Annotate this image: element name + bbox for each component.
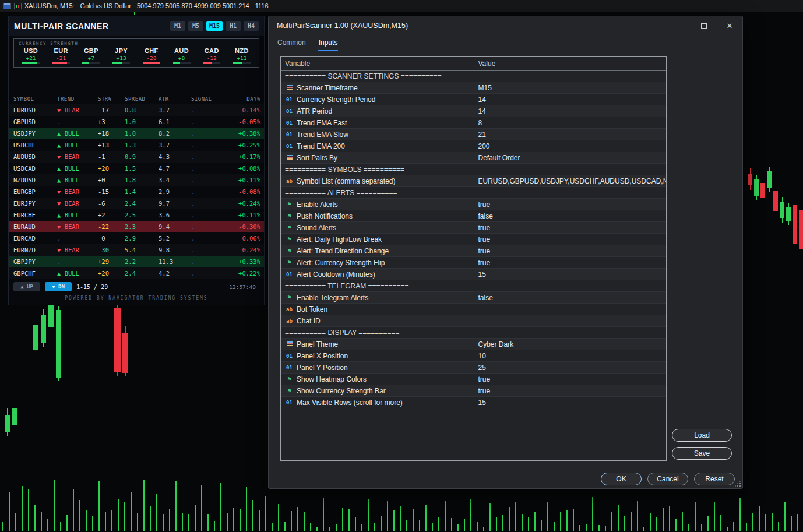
volume-bar <box>175 481 177 531</box>
value-cell[interactable]: false <box>474 212 667 220</box>
trend-cell: ▲ BULL <box>57 212 98 219</box>
scanner-row-eurcad[interactable]: EURCAD.-02.95.2.-0.06% <box>9 232 264 244</box>
signal-cell: . <box>191 212 225 219</box>
timeframe-buttons: M1M5M15H1H4 <box>170 21 259 31</box>
symbol-cell: GBPCHF <box>13 270 57 277</box>
volume-bar <box>143 480 145 531</box>
scanner-row-eurusd[interactable]: EURUSD▼ BEAR-170.83.7.-0.14% <box>9 104 264 116</box>
currency-strength-track <box>143 62 160 64</box>
minimize-button[interactable] <box>665 16 691 35</box>
volume-bar <box>707 516 709 531</box>
volume-bar <box>464 519 465 531</box>
value-cell[interactable]: EURUSD,GBPUSD,USDJPY,USDCHF,AUDUSD,USDCA… <box>474 177 667 185</box>
candle-body <box>767 171 772 188</box>
timeframe-button-h1[interactable]: H1 <box>226 21 241 31</box>
resize-grip[interactable] <box>735 481 741 487</box>
scanner-row-euraud[interactable]: EURAUD▼ BEAR-222.39.4.-0.30% <box>9 221 264 232</box>
value-cell[interactable]: true <box>474 224 667 232</box>
candle-body <box>5 415 10 432</box>
scanner-row-usdjpy[interactable]: USDJPY▲ BULL+181.08.2.+0.38% <box>9 128 264 139</box>
symbol-cell: NZDUSD <box>13 177 57 184</box>
scanner-row-eurjpy[interactable]: EURJPY▼ BEAR-62.49.7.+0.24% <box>9 198 264 209</box>
currency-strength-box: CURRENCY STRENGTH USD+21EUR-21GBP+7JPY+1… <box>13 38 259 68</box>
save-button[interactable]: Save <box>672 447 732 460</box>
value-cell[interactable]: false <box>474 294 667 302</box>
value-cell[interactable]: true <box>474 259 667 267</box>
volume-bar <box>701 524 702 531</box>
dialog-titlebar[interactable]: MultiPairScanner 1.00 (XAUUSDm,M15) ✕ <box>269 16 742 35</box>
scanner-row-audusd[interactable]: AUDUSD▼ BEAR-10.94.3.+0.17% <box>9 151 264 163</box>
scanner-row-gbpjpy[interactable]: GBPJPY.+292.211.3.+0.33% <box>9 256 264 267</box>
maximize-button[interactable] <box>691 16 717 35</box>
timeframe-button-m1[interactable]: M1 <box>170 21 185 31</box>
value-cell[interactable]: 14 <box>474 96 667 104</box>
scanner-row-eurchf[interactable]: EURCHF▲ BULL+22.53.6.+0.11% <box>9 209 264 221</box>
currency-strength-track <box>233 62 251 64</box>
reset-button[interactable]: Reset <box>694 473 735 485</box>
value-cell[interactable]: 8 <box>474 119 667 127</box>
value-cell[interactable]: Cyber Dark <box>474 340 667 348</box>
currency-value: +11 <box>237 55 246 61</box>
value-cell[interactable]: 10 <box>474 352 667 360</box>
value-cell[interactable]: 200 <box>474 142 667 150</box>
value-cell[interactable]: 21 <box>474 131 667 139</box>
scanner-row-eurgbp[interactable]: EURGBP▼ BEAR-151.42.9.-0.08% <box>9 186 264 198</box>
trend-cell: ▼ BEAR <box>57 153 98 160</box>
spread-cell: 1.0 <box>125 118 159 125</box>
value-cell[interactable]: true <box>474 235 667 244</box>
value-cell[interactable]: 15 <box>474 270 667 279</box>
timeframe-button-m15[interactable]: M15 <box>206 21 223 31</box>
signal-cell: . <box>191 118 225 125</box>
volume-bar <box>34 505 36 531</box>
scanner-row-gbpchf[interactable]: GBPCHF▲ BULL+202.44.2.+0.22% <box>9 267 264 279</box>
scanner-row-gbpusd[interactable]: GBPUSD.+31.06.1.-0.05% <box>9 116 264 128</box>
variable-name: Enable Telegram Alerts <box>297 294 368 302</box>
trend-cell: . <box>57 235 98 242</box>
cancel-button[interactable]: Cancel <box>647 473 688 485</box>
load-button[interactable]: Load <box>672 429 732 442</box>
variable-cell: 01Trend EMA 200 <box>281 142 474 150</box>
currency-strength-fill <box>203 62 212 64</box>
bool-icon: ⚑ <box>285 259 294 266</box>
variable-name: Scanner Timeframe <box>297 84 358 92</box>
volume-bar <box>361 524 362 531</box>
value-cell[interactable]: true <box>474 247 667 255</box>
volume-bar <box>541 520 542 531</box>
scanner-row-usdchf[interactable]: USDCHF▲ BULL+131.33.7.+0.25% <box>9 139 264 151</box>
scanner-rows: EURUSD▼ BEAR-170.83.7.-0.14%GBPUSD.+31.0… <box>9 104 264 279</box>
volume-bar <box>618 505 619 531</box>
value-cell[interactable]: 15 <box>474 399 667 407</box>
close-button[interactable]: ✕ <box>717 16 742 35</box>
enum-icon <box>287 155 293 160</box>
atr-cell: 3.6 <box>159 212 191 219</box>
value-cell[interactable]: true <box>474 375 667 383</box>
variable-cell: 01Alert Cooldown (Minutes) <box>281 270 474 279</box>
candle-body <box>760 183 765 198</box>
candle-body <box>780 202 784 218</box>
tab-inputs[interactable]: Inputs <box>318 37 339 51</box>
value-cell[interactable]: true <box>474 200 667 209</box>
ok-button[interactable]: OK <box>601 473 642 485</box>
volume-bar <box>348 509 350 531</box>
value-cell[interactable]: M15 <box>474 84 667 92</box>
value-cell[interactable]: Default Order <box>474 154 667 162</box>
page-up-button[interactable]: ▲ UP <box>13 282 40 291</box>
scanner-row-eurnzd[interactable]: EURNZD▼ BEAR-305.49.8.-0.24% <box>9 244 264 256</box>
volume-bar <box>355 517 356 531</box>
value-cell[interactable]: true <box>474 387 667 395</box>
strength-cell: +3 <box>98 118 125 125</box>
timeframe-button-h4[interactable]: H4 <box>244 21 259 31</box>
volume-bar <box>663 508 664 531</box>
value-cell[interactable]: 14 <box>474 107 667 115</box>
volume-bar <box>746 523 747 531</box>
value-cell[interactable]: 25 <box>474 364 667 372</box>
symbol-cell: EURJPY <box>13 200 57 207</box>
page-down-button[interactable]: ▼ DN <box>45 282 72 291</box>
spread-cell: 0.8 <box>125 107 159 114</box>
scanner-row-nzdusd[interactable]: NZDUSD▲ BULL+01.83.4.+0.11% <box>9 174 264 186</box>
tab-common[interactable]: Common <box>277 37 307 51</box>
signal-cell: . <box>191 165 225 172</box>
signal-cell: . <box>191 246 225 253</box>
timeframe-button-m5[interactable]: M5 <box>188 21 203 31</box>
scanner-row-usdcad[interactable]: USDCAD▲ BULL+201.54.7.+0.08% <box>9 163 264 174</box>
